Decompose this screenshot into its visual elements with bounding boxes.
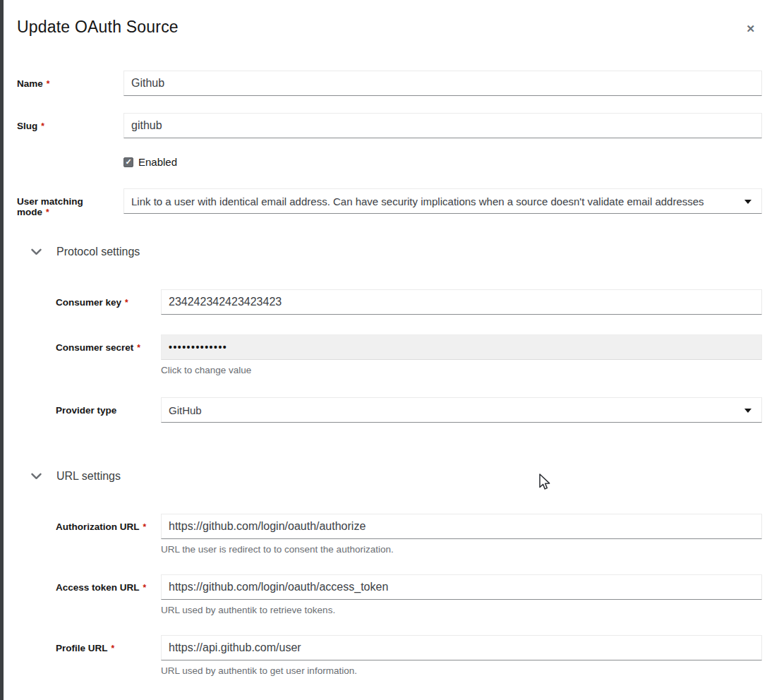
- slug-input[interactable]: [123, 113, 762, 138]
- consumer-key-label-text: Consumer key: [56, 297, 121, 308]
- authorization-url-input[interactable]: [161, 514, 762, 539]
- slug-label: Slug*: [17, 113, 123, 138]
- enabled-label-text: Enabled: [138, 156, 177, 168]
- modal-header: Update OAuth Source ✕: [17, 18, 762, 37]
- user-matching-mode-select[interactable]: Link to a user with identical email addr…: [123, 188, 762, 214]
- consumer-key-row: Consumer key*: [56, 289, 762, 315]
- access-token-url-row: Access token URL* URL used by authentik …: [56, 574, 762, 615]
- url-settings-title: URL settings: [56, 470, 121, 483]
- provider-type-row: Provider type GitHub: [56, 397, 762, 423]
- enabled-row: ✓ Enabled: [17, 156, 762, 168]
- authorization-url-hint: URL the user is redirect to to consent t…: [161, 544, 762, 555]
- chevron-down-icon[interactable]: [31, 248, 42, 256]
- access-token-url-hint: URL used by authentik to retrieve tokens…: [161, 605, 762, 615]
- user-matching-mode-row: User matching mode* Link to a user with …: [17, 188, 762, 217]
- profile-url-input[interactable]: [161, 635, 762, 660]
- caret-down-icon: [744, 200, 751, 204]
- authorization-url-label-text: Authorization URL: [56, 521, 139, 532]
- protocol-settings-title: Protocol settings: [56, 246, 140, 258]
- update-oauth-source-modal: Update OAuth Source ✕ Name* Slug* ✓ Enab…: [0, 0, 779, 676]
- url-settings-header: URL settings: [31, 470, 762, 483]
- required-asterisk: *: [46, 207, 49, 217]
- profile-url-label: Profile URL*: [56, 635, 161, 676]
- profile-url-hint: URL used by authentik to get user inform…: [161, 665, 762, 676]
- authorization-url-row: Authorization URL* URL the user is redir…: [56, 514, 762, 555]
- access-token-url-label-text: Access token URL: [56, 582, 140, 593]
- user-matching-mode-value: Link to a user with identical email addr…: [131, 195, 704, 207]
- oauth-source-form: Name* Slug* ✓ Enabled User matching mode…: [17, 71, 762, 676]
- consumer-secret-label: Consumer secret*: [56, 334, 161, 375]
- checked-checkbox-icon[interactable]: ✓: [123, 157, 133, 167]
- provider-type-value: GitHub: [169, 404, 202, 416]
- name-row: Name*: [17, 71, 762, 96]
- provider-type-select[interactable]: GitHub: [161, 397, 762, 423]
- page-edge-strip: [0, 0, 4, 700]
- slug-row: Slug*: [17, 113, 762, 138]
- consumer-key-label: Consumer key*: [56, 289, 161, 315]
- provider-type-label-text: Provider type: [56, 405, 116, 416]
- consumer-secret-row: Consumer secret* Click to change value: [56, 334, 762, 375]
- required-asterisk: *: [41, 121, 44, 131]
- required-asterisk: *: [125, 298, 128, 308]
- consumer-secret-input[interactable]: [161, 334, 762, 360]
- slug-label-text: Slug: [17, 121, 37, 131]
- enabled-checkbox-label[interactable]: ✓ Enabled: [123, 156, 177, 168]
- access-token-url-input[interactable]: [161, 574, 762, 600]
- authorization-url-label: Authorization URL*: [56, 514, 161, 555]
- caret-down-icon: [744, 409, 751, 413]
- required-asterisk: *: [143, 583, 147, 593]
- name-label-text: Name: [17, 78, 43, 89]
- required-asterisk: *: [47, 79, 50, 89]
- consumer-secret-hint: Click to change value: [161, 365, 762, 375]
- user-matching-mode-label-text: User matching mode: [17, 196, 83, 217]
- profile-url-row: Profile URL* URL used by authentik to ge…: [56, 635, 762, 676]
- consumer-key-input[interactable]: [161, 289, 762, 315]
- required-asterisk: *: [143, 522, 146, 532]
- page-title: Update OAuth Source: [17, 18, 179, 37]
- chevron-down-icon[interactable]: [31, 472, 42, 481]
- required-asterisk: *: [137, 343, 140, 353]
- close-icon[interactable]: ✕: [742, 20, 759, 37]
- consumer-secret-label-text: Consumer secret: [56, 342, 133, 353]
- protocol-settings-header: Protocol settings: [31, 246, 762, 258]
- profile-url-label-text: Profile URL: [56, 643, 108, 653]
- required-asterisk: *: [111, 644, 115, 653]
- provider-type-label: Provider type: [56, 397, 161, 423]
- name-input[interactable]: [123, 71, 762, 96]
- user-matching-mode-label: User matching mode*: [17, 188, 123, 217]
- access-token-url-label: Access token URL*: [56, 574, 161, 615]
- name-label: Name*: [17, 71, 123, 96]
